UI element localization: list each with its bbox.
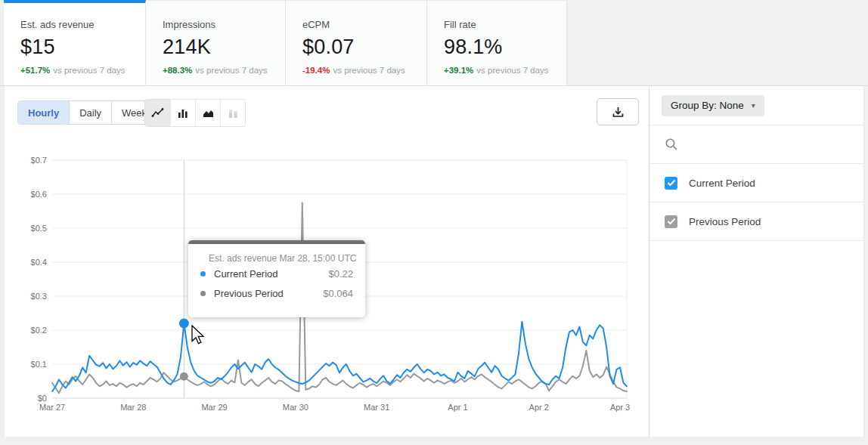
checkbox-checked-icon[interactable] <box>665 215 677 228</box>
card-delta: +88.3% <box>163 66 192 75</box>
groupby-section: Group By: None ▾ <box>649 86 863 125</box>
y-axis-label: $0.2 <box>31 326 47 335</box>
card-compare-text: vs previous 7 days <box>53 66 125 75</box>
x-axis-label: Mar 30 <box>283 403 308 412</box>
current-period-dot-icon <box>200 271 206 277</box>
card-value: 98.1% <box>444 36 566 59</box>
chart-tooltip: Est. ads revenue Mar 28, 15:00 UTC Curre… <box>188 240 365 317</box>
card-delta: -19.4% <box>302 66 330 75</box>
tooltip-row-previous: Previous Period $0.064 <box>188 283 365 303</box>
tooltip-series-value: $0.22 <box>328 268 353 280</box>
tooltip-series-label: Current Period <box>214 268 278 280</box>
card-delta: +51.7% <box>20 66 50 75</box>
tooltip-series-label: Previous Period <box>214 288 284 299</box>
chevron-down-icon: ▾ <box>752 101 755 110</box>
card-label: eCPM <box>302 19 426 30</box>
previous-period-hover-dot[interactable] <box>180 372 188 381</box>
checkbox-checked-icon[interactable] <box>665 177 677 190</box>
series-toggle-previous-period[interactable]: Previous Period <box>649 202 863 241</box>
x-axis-label: Mar 31 <box>364 403 389 412</box>
current-period-line <box>52 322 627 391</box>
y-axis-label: $0.5 <box>31 224 47 233</box>
x-axis-label: Apr 3 <box>610 403 630 412</box>
group-by-dropdown[interactable]: Group By: None ▾ <box>662 95 764 116</box>
card-compare-text: vs previous 7 days <box>476 66 548 75</box>
x-axis-label: Mar 27 <box>39 403 65 412</box>
card-label: Fill rate <box>444 19 566 30</box>
card-delta: +39.1% <box>444 66 473 75</box>
chart-panel: Hourly Daily Weekly $0$0.1$0.2$0.3$0.4$0… <box>4 86 649 437</box>
metric-card-ecpm[interactable]: eCPM $0.07 -19.4%vs previous 7 days <box>286 0 427 85</box>
metric-card-est-ads-revenue[interactable]: Est. ads revenue $15 +51.7%vs previous 7… <box>4 0 146 85</box>
y-axis-label: $0.7 <box>31 156 47 165</box>
metric-card-fill-rate[interactable]: Fill rate 98.1% +39.1%vs previous 7 days <box>427 0 567 85</box>
tooltip-title: Est. ads revenue Mar 28, 15:00 UTC <box>209 253 365 264</box>
card-value: $15 <box>20 36 145 59</box>
x-axis-label: Mar 29 <box>201 403 227 412</box>
metric-cards-row: Est. ads revenue $15 +51.7%vs previous 7… <box>0 0 868 85</box>
tooltip-series-value: $0.064 <box>323 288 353 299</box>
card-value: 214K <box>163 36 285 59</box>
search-section <box>649 125 863 164</box>
tooltip-row-current: Current Period $0.22 <box>188 264 365 283</box>
card-label: Impressions <box>163 19 285 30</box>
y-axis-label: $0.6 <box>31 190 47 199</box>
y-axis-label: $0 <box>38 394 47 403</box>
group-by-label: Group By: None <box>671 100 744 111</box>
current-period-hover-dot[interactable] <box>179 319 189 329</box>
series-toggle-current-period[interactable]: Current Period <box>649 164 863 202</box>
y-axis-label: $0.3 <box>31 292 47 301</box>
card-value: $0.07 <box>302 36 426 59</box>
card-compare-text: vs previous 7 days <box>195 66 267 75</box>
x-axis-label: Apr 1 <box>448 403 467 412</box>
tooltip-top-bar <box>188 240 365 244</box>
x-axis-label: Mar 28 <box>120 403 146 412</box>
search-input[interactable] <box>687 139 863 150</box>
series-toggle-label: Previous Period <box>689 216 761 227</box>
previous-period-dot-icon <box>200 291 206 296</box>
card-label: Est. ads revenue <box>20 19 145 30</box>
search-icon <box>665 138 678 151</box>
series-sidebar: Group By: None ▾ Current Period Previous… <box>649 86 864 437</box>
series-toggle-label: Current Period <box>689 178 755 189</box>
card-compare-text: vs previous 7 days <box>333 66 405 75</box>
y-axis-label: $0.4 <box>31 258 47 267</box>
metric-card-impressions[interactable]: Impressions 214K +88.3%vs previous 7 day… <box>146 0 286 85</box>
x-axis-label: Apr 2 <box>529 403 549 412</box>
y-axis-label: $0.1 <box>31 360 47 369</box>
